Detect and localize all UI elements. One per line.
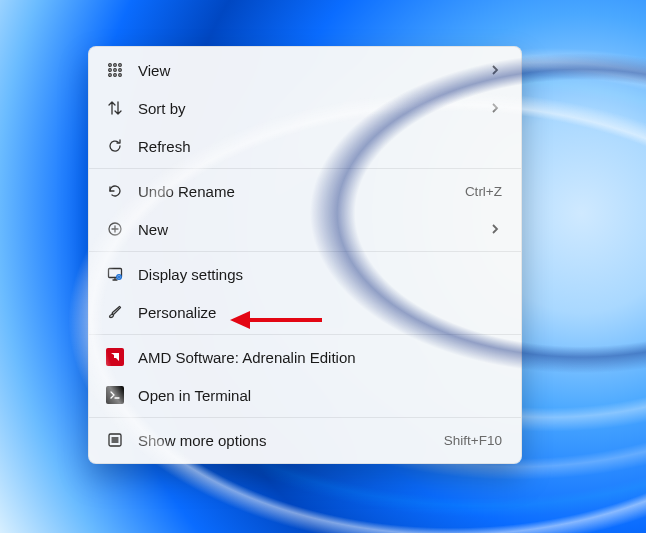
- amd-icon: [106, 348, 124, 366]
- svg-point-0: [109, 64, 112, 67]
- chevron-right-icon: [488, 103, 502, 113]
- menu-item-label: Show more options: [138, 432, 444, 449]
- menu-item-label: View: [138, 62, 488, 79]
- svg-point-6: [109, 74, 112, 77]
- chevron-right-icon: [488, 224, 502, 234]
- chevron-right-icon: [488, 65, 502, 75]
- menu-item-sort[interactable]: Sort by: [94, 89, 516, 127]
- svg-point-8: [119, 74, 122, 77]
- brush-icon: [106, 303, 124, 321]
- undo-icon: [106, 182, 124, 200]
- menu-separator: [89, 168, 521, 169]
- svg-point-5: [119, 69, 122, 72]
- desktop-background[interactable]: View Sort by Refresh Undo Rename Ctrl+Z: [0, 0, 646, 533]
- menu-item-more-options[interactable]: Show more options Shift+F10: [94, 421, 516, 459]
- menu-item-label: Open in Terminal: [138, 387, 502, 404]
- plus-circle-icon: [106, 220, 124, 238]
- more-options-icon: [106, 431, 124, 449]
- menu-item-personalize[interactable]: Personalize: [94, 293, 516, 331]
- svg-point-3: [109, 69, 112, 72]
- menu-item-label: Personalize: [138, 304, 502, 321]
- svg-point-2: [119, 64, 122, 67]
- menu-separator: [89, 334, 521, 335]
- svg-point-4: [114, 69, 117, 72]
- menu-separator: [89, 251, 521, 252]
- menu-item-label: Undo Rename: [138, 183, 465, 200]
- menu-item-label: AMD Software: Adrenalin Edition: [138, 349, 502, 366]
- menu-item-label: Sort by: [138, 100, 488, 117]
- menu-item-amd[interactable]: AMD Software: Adrenalin Edition: [94, 338, 516, 376]
- display-icon: [106, 265, 124, 283]
- menu-item-shortcut: Shift+F10: [444, 433, 502, 448]
- menu-item-label: Refresh: [138, 138, 502, 155]
- menu-item-new[interactable]: New: [94, 210, 516, 248]
- sort-icon: [106, 99, 124, 117]
- menu-item-shortcut: Ctrl+Z: [465, 184, 502, 199]
- desktop-context-menu: View Sort by Refresh Undo Rename Ctrl+Z: [88, 46, 522, 464]
- menu-item-undo[interactable]: Undo Rename Ctrl+Z: [94, 172, 516, 210]
- menu-separator: [89, 417, 521, 418]
- menu-item-label: Display settings: [138, 266, 502, 283]
- grid-icon: [106, 61, 124, 79]
- svg-point-7: [114, 74, 117, 77]
- menu-item-view[interactable]: View: [94, 51, 516, 89]
- refresh-icon: [106, 137, 124, 155]
- terminal-icon: [106, 386, 124, 404]
- menu-item-display-settings[interactable]: Display settings: [94, 255, 516, 293]
- menu-item-label: New: [138, 221, 488, 238]
- svg-point-1: [114, 64, 117, 67]
- menu-item-refresh[interactable]: Refresh: [94, 127, 516, 165]
- menu-item-terminal[interactable]: Open in Terminal: [94, 376, 516, 414]
